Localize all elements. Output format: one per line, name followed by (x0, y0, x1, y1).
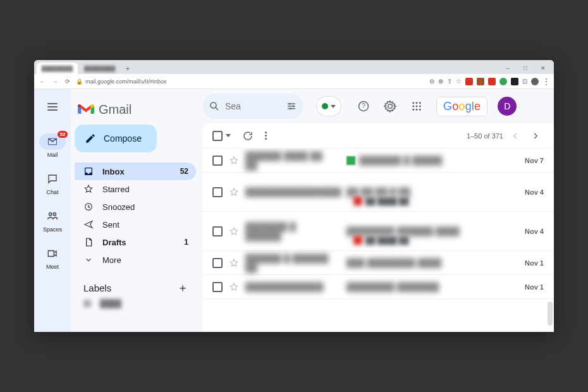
rail-spaces[interactable]: Spaces (36, 208, 69, 233)
browser-tab[interactable]: ████████ (37, 63, 78, 74)
more-actions-button[interactable] (265, 132, 267, 140)
dropdown-caret-icon (331, 105, 336, 108)
mail-row[interactable]: ██████ ████ ██ ██ ███████ █ █████ Nov 7 (202, 149, 554, 173)
rail-meet[interactable]: Meet (36, 245, 69, 270)
mail-icon: 52 (39, 133, 66, 150)
extensions-menu-icon[interactable]: ⊡ (522, 78, 527, 85)
compose-button[interactable]: Compose (75, 125, 157, 152)
select-all-checkbox[interactable] (212, 131, 231, 141)
folder-label: Starred (102, 185, 130, 194)
sender-name: ██████ █ ██████ ██ (245, 254, 334, 273)
window-maximize-button[interactable]: □ (517, 63, 534, 74)
mail-date: Nov 1 (525, 259, 544, 267)
star-button[interactable] (229, 156, 239, 166)
chevron-down-icon (83, 255, 94, 264)
chrome-menu-icon[interactable]: ⋮ (542, 77, 550, 86)
address-url[interactable]: mail.google.com/mail/u/0/#inbox (85, 78, 167, 85)
settings-button[interactable] (379, 95, 401, 117)
mail-row[interactable]: ██████ █ ██████ ██ ███ ████████ ████ Nov… (202, 251, 554, 275)
extension-icon[interactable] (477, 78, 484, 85)
sender-name: ███████ █ ██████ (245, 222, 334, 241)
folder-snoozed[interactable]: Snoozed (75, 198, 196, 216)
sidebar: Gmail Compose Inbox 52 Starred Snoo (71, 89, 202, 332)
attachment-chip[interactable]: ██ ████ ██ (348, 195, 414, 207)
browser-tabstrip: ████████ ████████ ＋ ─ □ ✕ (34, 60, 554, 74)
mail-date: Nov 4 (525, 228, 544, 235)
folder-more[interactable]: More (75, 251, 196, 269)
extension-icon[interactable] (499, 78, 507, 85)
pagination-range: 1–50 of 371 (467, 132, 503, 140)
checkbox-icon (212, 131, 223, 141)
help-button[interactable]: ? (353, 95, 374, 117)
star-button[interactable] (229, 187, 239, 197)
svg-text:?: ? (362, 102, 365, 109)
subject-text: ████████ ███████ (346, 282, 439, 291)
star-icon (83, 184, 94, 194)
reload-button[interactable]: ⟳ (63, 78, 72, 85)
profile-avatar-small[interactable] (531, 78, 539, 85)
dropdown-caret-icon (226, 134, 231, 137)
label-item[interactable]: ████ (75, 295, 196, 312)
mail-row[interactable]: ████████████████ ██ ██ ██ █ ██ ██ ████ █… (202, 173, 554, 212)
google-logo[interactable]: Google (436, 97, 487, 116)
svg-point-1 (53, 213, 56, 216)
search-input[interactable] (225, 101, 263, 111)
gmail-brand-text: Gmail (99, 102, 132, 117)
next-page-button[interactable] (527, 128, 544, 144)
sender-name: █████████████ (245, 282, 324, 291)
compose-label: Compose (104, 133, 142, 144)
main-menu-button[interactable] (42, 97, 63, 117)
gmail-brand[interactable]: Gmail (75, 95, 196, 123)
browser-tab[interactable]: ████████ (79, 63, 120, 74)
new-tab-button[interactable]: ＋ (122, 63, 133, 74)
account-avatar[interactable]: D (498, 97, 517, 116)
mail-row[interactable]: ███████ █ ██████ ████████ ██████ ████ ██… (202, 212, 554, 251)
row-checkbox[interactable] (212, 156, 223, 166)
window-close-button[interactable]: ✕ (535, 63, 551, 74)
prev-page-button[interactable] (507, 128, 524, 144)
back-button[interactable]: ← (38, 78, 47, 85)
gear-icon (384, 100, 396, 113)
svg-point-3 (211, 102, 216, 108)
row-checkbox[interactable] (212, 282, 223, 292)
folder-label: Sent (102, 220, 119, 230)
rail-chat[interactable]: Chat (36, 171, 69, 195)
row-checkbox[interactable] (212, 187, 223, 197)
extension-icon[interactable] (511, 78, 518, 85)
rail-mail[interactable]: 52 Mail (36, 133, 69, 158)
mail-date: Nov 4 (525, 188, 544, 196)
share-icon[interactable]: ⇪ (447, 78, 452, 85)
zoom-in-icon[interactable]: ⊕ (438, 78, 443, 85)
svg-point-10 (416, 106, 418, 107)
zoom-out-icon[interactable]: ⊖ (429, 78, 434, 85)
row-checkbox[interactable] (212, 258, 223, 268)
spaces-icon (44, 208, 61, 224)
folder-starred[interactable]: Starred (75, 180, 196, 198)
star-button[interactable] (229, 226, 239, 236)
attachment-chip[interactable]: ██ ████ ██ (348, 234, 414, 247)
window-minimize-button[interactable]: ─ (499, 63, 516, 74)
folder-sent[interactable]: Sent (75, 216, 196, 233)
folder-count: 1 (184, 238, 188, 247)
extension-icon[interactable] (488, 78, 496, 85)
status-chip[interactable] (316, 96, 341, 116)
bookmark-icon[interactable]: ☆ (456, 78, 462, 85)
rail-spaces-label: Spaces (43, 226, 62, 233)
add-label-button[interactable]: ＋ (177, 280, 188, 295)
search-box[interactable] (202, 94, 303, 119)
refresh-button[interactable] (242, 130, 254, 142)
attachment-icon (353, 197, 362, 205)
scrollbar-thumb[interactable] (548, 302, 553, 326)
row-checkbox[interactable] (212, 226, 223, 236)
folder-inbox[interactable]: Inbox 52 (75, 162, 196, 180)
avatar-initial: D (504, 101, 510, 111)
extension-icon[interactable] (465, 78, 473, 85)
search-options-icon[interactable] (286, 101, 297, 112)
mail-row[interactable]: █████████████ ████████ ███████ Nov 1 (202, 275, 554, 299)
star-button[interactable] (229, 258, 239, 268)
folder-drafts[interactable]: Drafts 1 (75, 233, 196, 251)
apps-button[interactable] (406, 95, 427, 117)
star-button[interactable] (229, 282, 239, 292)
forward-button[interactable]: → (51, 78, 59, 85)
folder-list: Inbox 52 Starred Snoozed Sent Draf (75, 162, 196, 269)
